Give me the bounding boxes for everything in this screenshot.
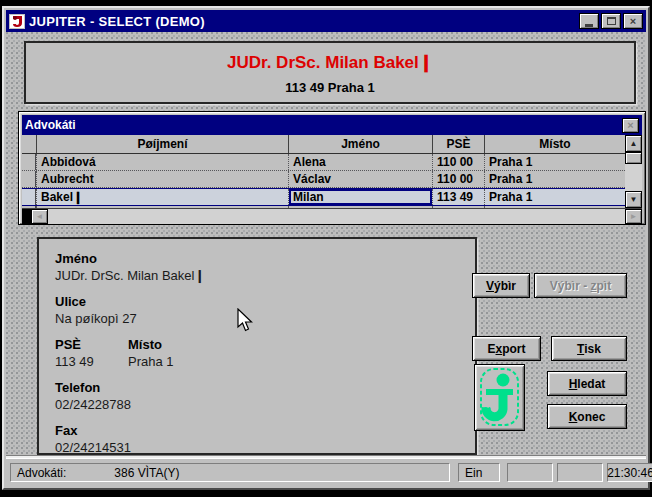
screen: JUPITER - SELECT (DEMO) × JUDr. DrSc. Mi…	[0, 0, 652, 497]
status-empty-panel	[557, 463, 603, 482]
cell-prijmeni[interactable]: Abbidová	[36, 154, 288, 170]
clock-value: 21:30:46	[607, 466, 652, 480]
right-arrow-icon: ►	[630, 212, 638, 221]
cell-prijmeni[interactable]: Bakel❙	[36, 189, 288, 205]
grid-close-icon: ×	[627, 120, 633, 131]
status-record-count: 386 VÌTA(Y)	[114, 466, 179, 480]
grid-header-prijmeni[interactable]: Pøíjmení	[36, 135, 288, 153]
cell-jmeno[interactable]: Václav	[288, 171, 432, 187]
cell-misto[interactable]: Praha 1	[484, 171, 625, 187]
jmeno-label: Jméno	[55, 250, 475, 267]
cell-psc[interactable]: 113 49	[432, 189, 484, 205]
status-mode-panel: Ein	[458, 463, 500, 482]
cell-jmeno[interactable]: Libor	[288, 206, 432, 208]
misto-value: Praha 1	[128, 353, 174, 370]
grid-header-indicator	[22, 135, 36, 153]
cell-misto[interactable]: Praha 1	[484, 154, 625, 170]
cell-psc[interactable]: 110 00	[432, 206, 484, 208]
scroll-up-button[interactable]: ▲	[625, 135, 642, 152]
status-clock: 21:30:46	[607, 463, 652, 482]
maximize-icon	[607, 17, 616, 25]
horizontal-scroll-track[interactable]	[48, 209, 625, 224]
horizontal-scroll-thumb[interactable]	[22, 209, 31, 224]
grid-header-misto[interactable]: Místo	[484, 135, 625, 153]
ulice-label: Ulice	[55, 293, 475, 310]
misto-label: Místo	[128, 336, 162, 353]
table-row[interactable]: Aubrecht Václav 110 00 Praha 1	[22, 171, 625, 188]
status-table-label: Advokáti:	[17, 466, 66, 480]
down-arrow-icon: ▼	[630, 195, 638, 204]
minimize-button[interactable]	[579, 13, 599, 29]
close-button[interactable]: ×	[623, 13, 643, 29]
cell-jmeno-active[interactable]: Milan	[288, 189, 432, 205]
export-button[interactable]: Export	[472, 336, 541, 361]
vertical-scroll-track[interactable]	[625, 164, 642, 191]
record-detail-panel: Jméno JUDr. DrSc. Milan Bakel❙ Ulice Na …	[37, 237, 477, 455]
jupiter-logo-icon: 2L	[477, 367, 522, 428]
grid-header-psc[interactable]: PSÈ	[432, 135, 484, 153]
scroll-right-button[interactable]: ►	[625, 209, 642, 224]
telefon-label: Telefon	[55, 379, 475, 396]
cell-prijmeni[interactable]: Aubrecht	[36, 171, 288, 187]
status-empty-panel	[507, 463, 553, 482]
close-icon: ×	[630, 16, 636, 27]
svg-text:2L: 2L	[483, 405, 494, 415]
grid-header-jmeno[interactable]: Jméno	[288, 135, 432, 153]
table-row[interactable]: Balabán Libor 110 00 Praha 1	[22, 206, 625, 208]
grid-close-button[interactable]: ×	[622, 118, 639, 133]
up-arrow-icon: ▲	[630, 139, 638, 148]
tisk-button[interactable]: Tisk	[551, 336, 627, 361]
cell-prijmeni[interactable]: Balabán	[36, 206, 288, 208]
app-icon	[9, 14, 25, 29]
vyber-button[interactable]: Výbìr	[472, 273, 530, 298]
minimize-icon	[585, 24, 593, 27]
hledat-button[interactable]: Hledat	[547, 371, 627, 396]
selected-name: JUDr. DrSc. Milan Bakel❙	[26, 52, 634, 73]
grid-title: Advokáti	[25, 118, 622, 132]
cell-jmeno[interactable]: Alena	[288, 154, 432, 170]
window-title: JUPITER - SELECT (DEMO)	[29, 14, 577, 29]
horizontal-scrollbar[interactable]: ◄ ►	[22, 209, 642, 224]
cell-psc[interactable]: 110 00	[432, 154, 484, 170]
vertical-scroll-thumb[interactable]	[625, 152, 642, 164]
title-bar[interactable]: JUPITER - SELECT (DEMO) ×	[6, 10, 646, 32]
advokati-grid-window: Advokáti × Pøíjmení Jméno PSÈ Místo	[18, 111, 646, 225]
grid-title-bar[interactable]: Advokáti ×	[22, 115, 642, 135]
status-records-panel: Advokáti: 386 VÌTA(Y)	[10, 463, 450, 482]
konec-button[interactable]: Konec	[547, 404, 627, 429]
table-row-selected[interactable]: Bakel❙ Milan 113 49 Praha 1	[22, 188, 625, 206]
selected-address: 113 49 Praha 1	[26, 80, 634, 95]
client-area: JUDr. DrSc. Milan Bakel❙ 113 49 Praha 1 …	[6, 32, 646, 456]
psc-label: PSÈ	[55, 336, 128, 353]
telefon-value: 02/24228788	[55, 396, 475, 413]
ulice-value: Na pøíkopì 27	[55, 310, 475, 327]
left-arrow-icon: ◄	[36, 212, 44, 221]
cell-misto[interactable]: Praha 1	[484, 206, 625, 208]
grid-header-row: Pøíjmení Jméno PSÈ Místo	[22, 135, 625, 154]
jmeno-value: JUDr. DrSc. Milan Bakel❙	[55, 267, 475, 284]
scroll-left-button[interactable]: ◄	[31, 209, 48, 224]
fax-value: 02/24214531	[55, 439, 475, 456]
selected-record-header: JUDr. DrSc. Milan Bakel❙ 113 49 Praha 1	[24, 41, 636, 104]
grid-rows: Abbidová Alena 110 00 Praha 1 Aubrecht V…	[22, 154, 625, 208]
fax-label: Fax	[55, 422, 475, 439]
app-window: JUPITER - SELECT (DEMO) × JUDr. DrSc. Mi…	[2, 6, 650, 490]
status-mode: Ein	[465, 466, 482, 480]
status-bar: Advokáti: 386 VÌTA(Y) Ein 21:30:46	[6, 458, 646, 486]
psc-value: 113 49	[55, 353, 128, 370]
cell-psc[interactable]: 110 00	[432, 171, 484, 187]
maximize-button[interactable]	[601, 13, 621, 29]
scroll-down-button[interactable]: ▼	[625, 191, 642, 208]
vertical-scrollbar[interactable]: ▲ ▼	[625, 135, 642, 208]
table-row[interactable]: Abbidová Alena 110 00 Praha 1	[22, 154, 625, 171]
cell-misto[interactable]: Praha 1	[484, 189, 625, 205]
jupiter-logo-button[interactable]: 2L	[474, 364, 525, 431]
vyber-zpet-button: Výbìr - zpìt	[534, 273, 627, 298]
